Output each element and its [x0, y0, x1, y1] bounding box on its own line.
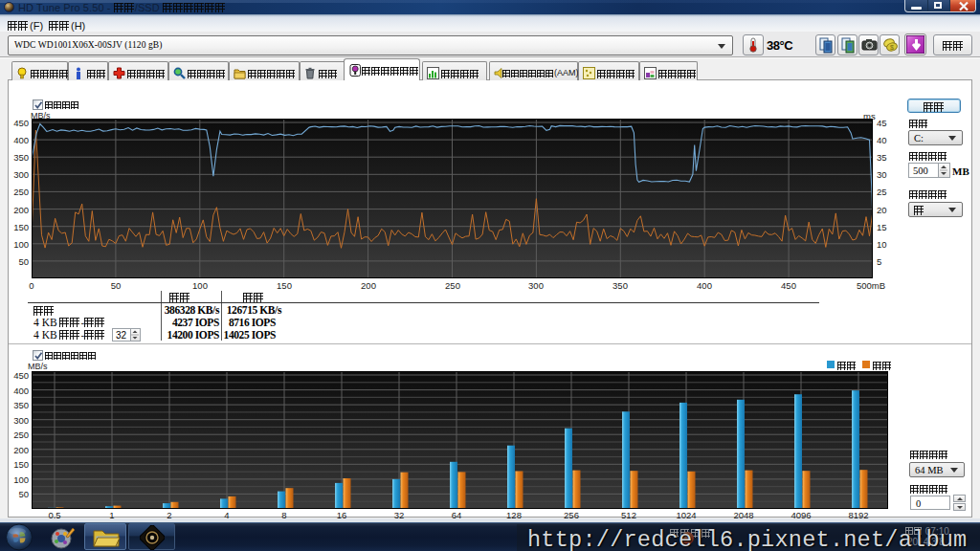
svg-text:$: $	[890, 44, 894, 51]
